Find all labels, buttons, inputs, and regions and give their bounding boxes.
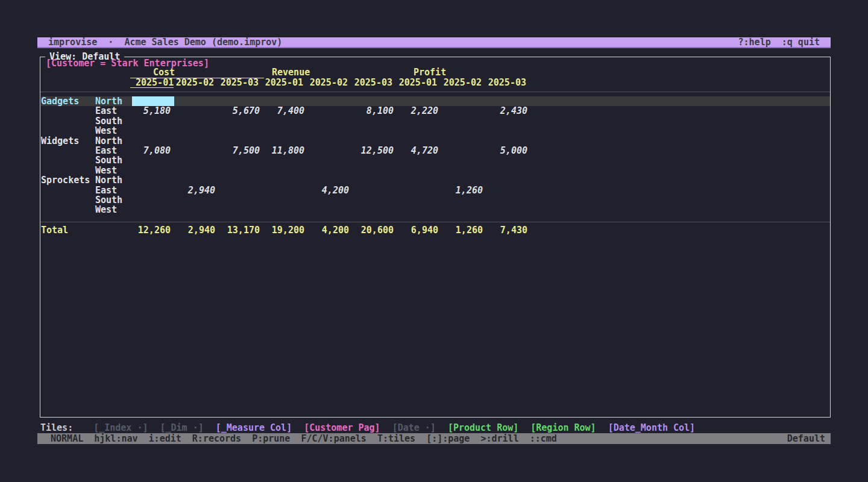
value-cell[interactable]	[398, 126, 442, 136]
value-cell[interactable]	[175, 116, 219, 126]
value-cell[interactable]	[219, 195, 264, 205]
product-label[interactable]	[41, 186, 95, 195]
value-cell[interactable]	[130, 136, 175, 146]
tile[interactable]: [Product Row]	[448, 422, 518, 433]
product-label[interactable]	[41, 155, 95, 165]
value-cell[interactable]: 1,260	[442, 186, 487, 195]
value-cell[interactable]	[309, 175, 353, 185]
value-cell[interactable]	[264, 136, 309, 146]
tile[interactable]: [_Measure Col]	[216, 422, 292, 433]
value-cell[interactable]: 2,430	[487, 106, 532, 116]
value-cell[interactable]	[309, 146, 353, 155]
value-cell[interactable]	[130, 166, 175, 175]
value-cell[interactable]	[264, 116, 309, 126]
value-cell[interactable]	[219, 175, 264, 185]
value-cell[interactable]	[175, 106, 219, 116]
product-label[interactable]: Sprockets	[41, 175, 95, 185]
value-cell[interactable]	[442, 205, 487, 214]
value-cell[interactable]	[309, 155, 353, 165]
value-cell[interactable]	[309, 106, 353, 116]
value-cell[interactable]	[487, 96, 532, 106]
value-cell[interactable]	[487, 136, 532, 146]
month-header[interactable]: 2025-02	[175, 78, 219, 88]
region-label[interactable]: East	[95, 186, 130, 195]
value-cell[interactable]	[487, 195, 532, 205]
tile[interactable]: [_Dim ·]	[160, 422, 204, 433]
value-cell[interactable]	[264, 96, 309, 106]
value-cell[interactable]	[264, 195, 309, 205]
value-cell[interactable]	[130, 126, 175, 136]
region-label[interactable]: North	[95, 175, 130, 185]
value-cell[interactable]	[442, 116, 487, 126]
value-cell[interactable]: 5,670	[219, 106, 264, 116]
region-label[interactable]: West	[95, 166, 130, 175]
value-cell[interactable]	[219, 166, 264, 175]
value-cell[interactable]	[398, 136, 442, 146]
value-cell[interactable]: 7,080	[130, 146, 175, 155]
value-cell[interactable]	[487, 155, 532, 165]
value-cell[interactable]	[398, 205, 442, 214]
value-cell[interactable]	[219, 126, 264, 136]
region-label[interactable]: East	[95, 106, 130, 116]
value-cell[interactable]	[353, 136, 398, 146]
value-cell[interactable]	[353, 96, 398, 106]
value-cell[interactable]: 2,940	[175, 186, 219, 195]
product-label[interactable]	[41, 166, 95, 175]
product-label[interactable]: Gadgets	[41, 96, 95, 106]
value-cell[interactable]	[487, 205, 532, 214]
value-cell[interactable]	[442, 126, 487, 136]
value-cell[interactable]	[398, 166, 442, 175]
region-label[interactable]: West	[95, 205, 130, 214]
value-cell[interactable]	[398, 116, 442, 126]
value-cell[interactable]: 7,500	[219, 146, 264, 155]
value-cell[interactable]	[264, 155, 309, 165]
value-cell[interactable]	[175, 175, 219, 185]
value-cell[interactable]	[442, 166, 487, 175]
value-cell[interactable]	[398, 175, 442, 185]
product-label[interactable]	[41, 205, 95, 214]
region-label[interactable]: South	[95, 155, 130, 165]
value-cell[interactable]: 4,720	[398, 146, 442, 155]
value-cell[interactable]: 5,180	[130, 106, 175, 116]
value-cell[interactable]	[219, 186, 264, 195]
value-cell[interactable]: 4,200	[309, 186, 353, 195]
value-cell[interactable]	[353, 126, 398, 136]
value-cell[interactable]: 11,800	[264, 146, 309, 155]
value-cell[interactable]	[175, 195, 219, 205]
cursor-cell[interactable]	[132, 96, 174, 106]
value-cell[interactable]: 2,220	[398, 106, 442, 116]
value-cell[interactable]	[219, 136, 264, 146]
region-label[interactable]: North	[95, 136, 130, 146]
value-cell[interactable]	[219, 155, 264, 165]
value-cell[interactable]	[442, 195, 487, 205]
value-cell[interactable]	[309, 96, 353, 106]
value-cell[interactable]	[309, 195, 353, 205]
value-cell[interactable]	[309, 126, 353, 136]
tile[interactable]: [Date_Month Col]	[608, 422, 696, 433]
value-cell[interactable]	[175, 136, 219, 146]
value-cell[interactable]	[309, 136, 353, 146]
value-cell[interactable]	[130, 195, 175, 205]
value-cell[interactable]	[353, 195, 398, 205]
region-label[interactable]: South	[95, 195, 130, 205]
month-header[interactable]: 2025-01	[130, 78, 175, 88]
value-cell[interactable]	[219, 205, 264, 214]
value-cell[interactable]	[175, 205, 219, 214]
value-cell[interactable]	[219, 96, 264, 106]
product-label[interactable]	[41, 195, 95, 205]
value-cell[interactable]	[264, 126, 309, 136]
value-cell[interactable]	[264, 205, 309, 214]
value-cell[interactable]: 5,000	[487, 146, 532, 155]
product-label[interactable]	[41, 146, 95, 155]
value-cell[interactable]	[264, 175, 309, 185]
tile[interactable]: [_Index ·]	[93, 422, 148, 433]
value-cell[interactable]	[309, 116, 353, 126]
value-cell[interactable]	[353, 155, 398, 165]
region-label[interactable]: West	[95, 126, 130, 136]
value-cell[interactable]	[353, 186, 398, 195]
value-cell[interactable]	[175, 146, 219, 155]
region-label[interactable]: North	[95, 96, 130, 106]
tile[interactable]: [Customer Pag]	[304, 422, 380, 433]
month-header[interactable]: 2025-02	[309, 78, 353, 88]
value-cell[interactable]: 12,500	[353, 146, 398, 155]
